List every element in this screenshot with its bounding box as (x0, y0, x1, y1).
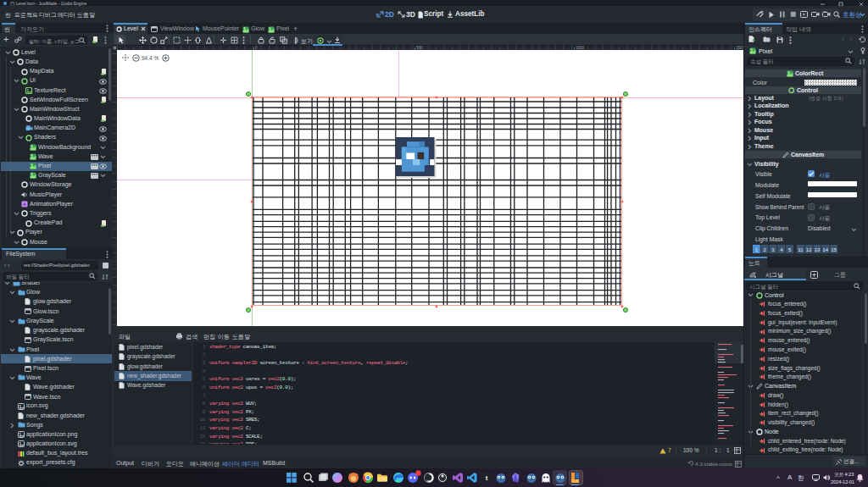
svg-text:11: 11 (798, 247, 804, 252)
svg-text:t: t (485, 474, 487, 482)
svg-text:12: 12 (806, 247, 812, 252)
svg-text:13: 13 (815, 247, 821, 252)
svg-text:15: 15 (831, 247, 837, 252)
svg-text:14: 14 (822, 247, 828, 252)
